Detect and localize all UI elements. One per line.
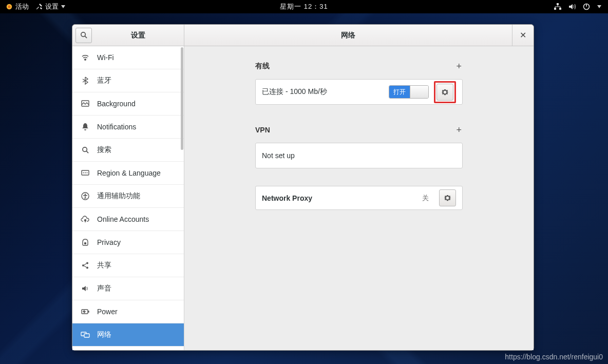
titlebar: 设置 网络 ✕: [72, 25, 534, 46]
svg-point-19: [82, 264, 84, 266]
add-vpn-button[interactable]: +: [455, 125, 463, 136]
sidebar-item-accessibility[interactable]: 通用辅助功能: [72, 185, 184, 208]
sidebar-item-network[interactable]: 网络: [72, 323, 184, 347]
sidebar-item-sharing[interactable]: 共享: [72, 254, 184, 277]
sidebar-item-online-accounts[interactable]: Online Accounts: [72, 208, 184, 231]
sidebar-item-region-language[interactable]: Region & Language: [72, 162, 184, 185]
gear-icon: [441, 88, 449, 96]
sidebar-item-privacy[interactable]: Privacy: [72, 231, 184, 254]
globe-icon: [81, 168, 90, 178]
proxy-settings-button[interactable]: [439, 189, 456, 206]
sidebar-item-sound[interactable]: 声音: [72, 277, 184, 300]
bell-icon: [81, 122, 90, 131]
svg-point-13: [87, 173, 88, 174]
settings-menu-label: 设置: [45, 2, 59, 11]
add-wired-button[interactable]: +: [455, 61, 463, 72]
lock-icon: [81, 238, 90, 247]
gear-icon: [444, 194, 451, 202]
sidebar-item-label: 通用辅助功能: [97, 191, 140, 201]
sidebar-item-label: Privacy: [97, 238, 121, 246]
svg-point-7: [85, 59, 86, 60]
sidebar-title: 设置: [92, 31, 184, 40]
search-icon: [80, 31, 88, 39]
vpn-section: VPN + Not set up: [255, 122, 463, 168]
sidebar-item-label: Online Accounts: [97, 215, 149, 223]
svg-rect-2: [557, 3, 559, 5]
svg-rect-23: [84, 334, 89, 337]
svg-point-15: [85, 194, 86, 195]
wired-section: 有线 + 已连接 - 1000 Mb/秒 打开: [255, 59, 463, 105]
accessibility-icon: [81, 191, 90, 201]
sidebar-item-bluetooth[interactable]: 蓝牙: [72, 69, 184, 92]
switch-on-label: 打开: [389, 86, 410, 98]
bluetooth-icon: [81, 76, 90, 85]
wired-toggle[interactable]: 打开: [389, 85, 429, 99]
tools-icon: [35, 3, 43, 11]
sidebar-item-label: Wi-Fi: [97, 53, 114, 62]
volume-status-icon[interactable]: [568, 3, 576, 11]
settings-window: 设置 网络 ✕ Wi-Fi 蓝牙 Background Notification: [72, 24, 534, 351]
network-status-icon[interactable]: [554, 3, 562, 11]
sidebar-item-label: 网络: [97, 330, 111, 339]
proxy-label: Network Proxy: [262, 194, 422, 202]
power-status-icon[interactable]: [582, 3, 591, 11]
wired-connection-row: 已连接 - 1000 Mb/秒 打开: [255, 79, 463, 105]
wifi-icon: [81, 53, 90, 62]
speaker-icon: [81, 284, 90, 293]
vpn-row: Not set up: [255, 143, 463, 168]
power-icon: [81, 307, 90, 316]
top-panel: 活动 设置 星期一 12：31: [0, 0, 608, 13]
sidebar-item-label: Power: [97, 308, 118, 316]
share-icon: [81, 261, 90, 270]
highlight-annotation: [434, 81, 456, 103]
wired-settings-button[interactable]: [436, 84, 453, 101]
chevron-down-icon: [61, 3, 66, 11]
svg-rect-4: [559, 8, 561, 10]
sidebar-item-label: Notifications: [97, 123, 136, 131]
sidebar-item-wifi[interactable]: Wi-Fi: [72, 46, 184, 69]
content-pane: 有线 + 已连接 - 1000 Mb/秒 打开: [184, 46, 534, 350]
background-icon: [81, 99, 90, 108]
activities-button[interactable]: 活动: [3, 1, 31, 12]
svg-point-20: [86, 267, 88, 269]
svg-point-11: [83, 173, 84, 174]
sidebar-item-label: Background: [97, 100, 136, 108]
sidebar-item-background[interactable]: Background: [72, 92, 184, 116]
svg-rect-3: [554, 8, 556, 10]
sidebar-item-label: 搜索: [97, 145, 111, 155]
close-icon: ✕: [520, 30, 526, 40]
proxy-status: 关: [422, 194, 429, 203]
scrollbar[interactable]: [181, 47, 183, 150]
svg-point-12: [85, 173, 86, 174]
wired-section-title: 有线: [255, 62, 270, 71]
activities-icon: [5, 3, 13, 11]
watermark: https://blog.csdn.net/renfeigui0: [505, 353, 603, 361]
sidebar-item-search[interactable]: 搜索: [72, 139, 184, 162]
vpn-status-label: Not set up: [262, 151, 456, 160]
sidebar-item-label: Region & Language: [97, 169, 161, 177]
network-icon: [81, 330, 90, 339]
sidebar: Wi-Fi 蓝牙 Background Notifications 搜索 Reg…: [72, 46, 184, 350]
proxy-section: Network Proxy 关: [255, 186, 463, 210]
svg-rect-17: [84, 242, 86, 244]
sidebar-item-power[interactable]: Power: [72, 300, 184, 323]
close-button[interactable]: ✕: [512, 25, 534, 46]
vpn-section-title: VPN: [255, 126, 270, 134]
sidebar-item-label: 共享: [97, 261, 111, 270]
sidebar-item-label: 声音: [97, 284, 111, 293]
svg-point-6: [81, 32, 85, 36]
page-title: 网络: [184, 25, 512, 46]
proxy-row[interactable]: Network Proxy 关: [255, 186, 463, 210]
svg-point-18: [86, 262, 88, 264]
switch-knob: [410, 86, 428, 98]
svg-point-1: [8, 5, 10, 8]
clock[interactable]: 星期一 12：31: [280, 2, 328, 11]
sidebar-search-button[interactable]: [75, 28, 92, 43]
settings-menu-button[interactable]: 设置: [33, 1, 68, 12]
svg-point-9: [82, 147, 86, 151]
system-menu-chevron-icon[interactable]: [597, 3, 602, 11]
search-icon: [81, 145, 90, 155]
sidebar-item-notifications[interactable]: Notifications: [72, 116, 184, 139]
cloud-key-icon: [81, 215, 90, 224]
wired-status-label: 已连接 - 1000 Mb/秒: [262, 87, 389, 97]
